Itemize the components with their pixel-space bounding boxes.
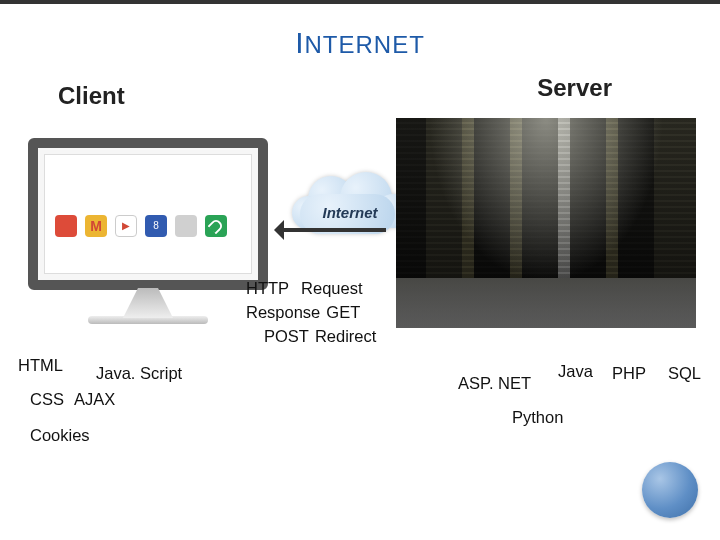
- tech-css: CSS: [30, 390, 64, 409]
- tech-html: HTML: [18, 356, 63, 375]
- tech-cookies: Cookies: [30, 426, 90, 445]
- client-heading: Client: [58, 82, 125, 110]
- title-rest: NTERNET: [305, 31, 425, 58]
- misc-app-icon: [175, 215, 197, 237]
- slide-title: INTERNET: [0, 26, 720, 60]
- gmail-icon: [85, 215, 107, 237]
- server-heading: Server: [537, 74, 612, 102]
- tech-aspnet: ASP. NET: [458, 374, 531, 393]
- hangouts-icon: [205, 215, 227, 237]
- number-icon: 8: [145, 215, 167, 237]
- browser-window: 8: [44, 154, 252, 274]
- client-monitor: 8: [28, 138, 268, 324]
- term-get: GET: [326, 300, 360, 324]
- term-redirect: Redirect: [315, 324, 376, 348]
- tech-sql: SQL: [668, 364, 701, 383]
- youtube-icon: [115, 215, 137, 237]
- title-first-letter: I: [295, 26, 304, 59]
- monitor-stand: [123, 288, 173, 318]
- http-terms: HTTP Request Response GET POST Redirect: [246, 276, 416, 348]
- internet-cloud: Internet: [290, 172, 410, 244]
- tech-php: PHP: [612, 364, 646, 383]
- tech-java: Java: [558, 362, 593, 381]
- decorative-sphere: [642, 462, 698, 518]
- cloud-label: Internet: [290, 180, 410, 244]
- term-http: HTTP: [246, 276, 289, 300]
- tech-ajax: AJAX: [74, 390, 115, 409]
- arrow-cloud-to-client: [276, 228, 386, 232]
- tech-javascript: Java. Script: [96, 364, 182, 383]
- term-post: POST: [264, 324, 309, 348]
- term-response: Response: [246, 300, 320, 324]
- google-plus-icon: [55, 215, 77, 237]
- top-border: [0, 0, 720, 4]
- term-request: Request: [301, 276, 362, 300]
- tech-python: Python: [512, 408, 563, 427]
- monitor-screen: 8: [28, 138, 268, 290]
- browser-apps-row: 8: [55, 215, 241, 237]
- server-room-image: [396, 118, 696, 328]
